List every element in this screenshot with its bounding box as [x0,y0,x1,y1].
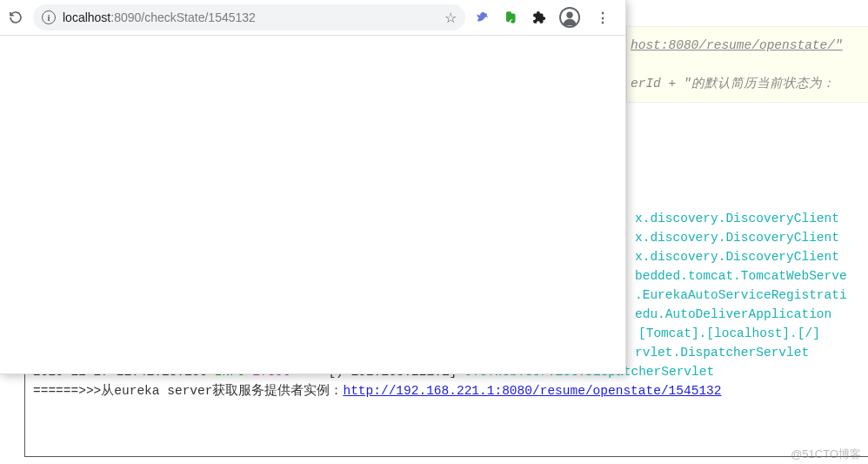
profile-avatar-icon[interactable] [559,7,580,28]
code-line: erId + "的默认简历当前状态为： [631,74,865,93]
address-bar[interactable]: i localhost:8090/checkState/1545132 ☆ [33,4,465,30]
bird-extension-icon[interactable] [476,10,491,25]
browser-toolbar: i localhost:8090/checkState/1545132 ☆ ⋮ [0,0,625,35]
browser-window: i localhost:8090/checkState/1545132 ☆ ⋮ [0,0,626,374]
page-viewport [0,36,625,373]
svg-point-1 [566,12,572,18]
code-line: host:8080/resume/openstate/" [631,36,865,55]
info-icon[interactable]: i [42,10,56,24]
url-host: localhost [63,10,110,24]
url-text: localhost:8090/checkState/1545132 [63,10,437,24]
url-path: :8090/checkState/1545132 [110,10,256,24]
code-snippet: host:8080/resume/openstate/" erId + "的默认… [626,26,868,103]
reload-button[interactable] [3,5,28,30]
watermark-text: @51CTO博客 [791,447,861,462]
extensions-puzzle-icon[interactable] [531,10,547,25]
menu-dots-icon[interactable]: ⋮ [592,10,613,26]
reload-icon [8,10,23,25]
extension-group: ⋮ [471,7,618,28]
evernote-extension-icon[interactable] [504,10,519,25]
bookmark-star-icon[interactable]: ☆ [444,10,457,26]
